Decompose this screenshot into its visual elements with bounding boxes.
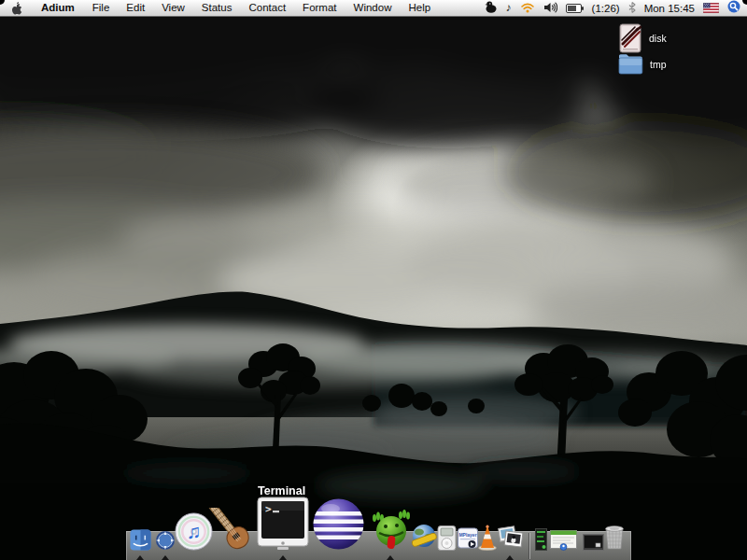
svg-text:>: > [265,503,272,515]
disk-icon [617,23,643,53]
trash-icon [603,525,626,551]
wifi-menu-icon[interactable] [520,0,535,17]
menu-view[interactable]: View [153,0,193,16]
dock-item-vlc[interactable] [478,525,497,554]
finder-icon [130,529,151,551]
dock-item-ipod[interactable] [437,525,457,554]
dock-item-adium[interactable] [370,509,412,554]
menu-window[interactable]: Window [345,0,401,16]
apple-icon [11,2,22,15]
battery-time-remaining[interactable]: (1:26) [592,3,620,14]
menu-adium[interactable]: Adium [32,0,84,16]
menu-file[interactable]: File [84,0,119,16]
dock-item-minimized-window-3[interactable] [583,534,604,554]
dock-item-finder[interactable] [130,529,151,554]
bluetooth-menu-icon[interactable] [628,0,636,17]
dock-item-photos[interactable] [498,525,523,554]
running-indicator-terminal [279,555,287,560]
garageband-guitar-icon [207,508,255,551]
vlc-cone-icon [478,525,497,551]
minimized-window-thumbnail [583,534,604,551]
minimized-window-thumbnail [535,528,547,551]
adium-duck-icon [370,509,412,551]
dock-item-globe-tool[interactable] [411,524,438,554]
dock-item-minimized-window-1[interactable] [535,528,547,554]
menu-bar-status-area: ♪ [485,0,747,16]
running-indicator-finder [136,555,144,560]
menu-contact[interactable]: Contact [240,0,294,16]
volume-menu-icon[interactable] [543,0,557,17]
desktop-icon-tmp[interactable]: tmp [617,52,667,77]
dock-item-garageband[interactable] [207,508,255,554]
photos-stack-icon [498,525,523,551]
mplayer-icon: MPlayer [458,526,478,551]
spotlight-icon[interactable] [727,0,740,17]
menu-edit[interactable]: Edit [118,0,153,16]
globe-wrench-icon [411,524,438,551]
running-indicator-photos [506,555,514,560]
dock-item-terminal[interactable]: > [257,497,309,554]
running-indicator-safari [162,555,169,560]
wallpaper-stormy-sky [0,16,747,560]
dock-separator [529,533,529,559]
minimized-window-thumbnail [550,530,577,551]
desktop-icon-disk[interactable]: disk [617,23,667,53]
dock-item-safari[interactable] [155,530,176,554]
terminal-icon: > [257,497,309,551]
menu-bar-left: Adium File Edit View Status Contact Form… [0,0,439,16]
menu-bar: Adium File Edit View Status Contact Form… [0,0,747,17]
folder-icon [617,52,644,77]
desktop-screen: Adium File Edit View Status Contact Form… [0,0,747,560]
dock-item-minimized-window-2[interactable] [550,530,577,554]
itunes-note-glyph: ♫ [186,521,201,543]
ipod-icon [437,525,457,551]
dock-tooltip: Terminal [258,484,305,497]
battery-menu-icon[interactable] [566,0,584,17]
dock-item-eclipse[interactable] [312,497,365,554]
keyboard-flag-us-icon[interactable] [703,0,719,17]
desktop-icon-label: tmp [650,59,667,70]
menu-help[interactable]: Help [400,0,439,16]
safari-compass-icon [155,530,176,551]
music-note-menu-icon[interactable]: ♪ [506,0,512,16]
menu-format[interactable]: Format [294,0,345,16]
menu-status[interactable]: Status [193,0,241,16]
desktop-icon-label: disk [649,33,667,44]
mplayer-label: MPlayer [458,532,476,538]
dock-item-mplayer[interactable]: MPlayer [458,526,478,554]
menu-bar-clock[interactable]: Mon 15:45 [644,3,695,14]
dock-item-trash[interactable] [603,525,626,554]
adium-duck-menu-icon[interactable] [485,0,498,17]
apple-menu[interactable] [0,2,32,15]
eclipse-icon [312,497,365,551]
running-indicator-adium [387,555,394,560]
